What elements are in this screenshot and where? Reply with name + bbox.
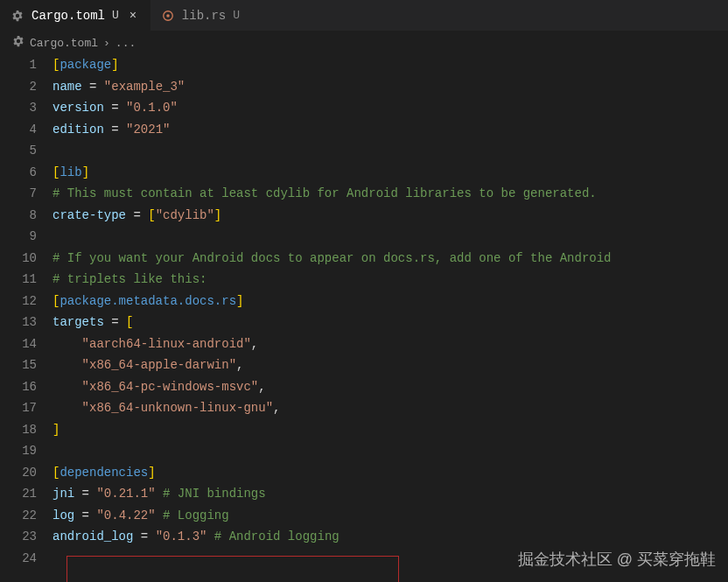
line-number: 23 bbox=[0, 526, 37, 548]
line-number: 8 bbox=[0, 205, 37, 227]
breadcrumb[interactable]: Cargo.toml › ... bbox=[0, 32, 728, 54]
line-number: 19 bbox=[0, 440, 37, 462]
line-number: 11 bbox=[0, 269, 37, 291]
code-editor[interactable]: 123456789101112131415161718192021222324 … bbox=[0, 54, 728, 569]
code-line[interactable]: version = "0.1.0" bbox=[52, 97, 728, 119]
line-number: 1 bbox=[0, 54, 37, 76]
line-number: 2 bbox=[0, 76, 37, 98]
code-line[interactable]: name = "example_3" bbox=[52, 76, 728, 98]
tab-Cargo-toml[interactable]: Cargo.tomlU× bbox=[0, 0, 150, 31]
line-number-gutter: 123456789101112131415161718192021222324 bbox=[0, 54, 52, 569]
code-line[interactable]: [dependencies] bbox=[52, 462, 728, 484]
code-line[interactable]: # triplets like this: bbox=[52, 269, 728, 291]
line-number: 16 bbox=[0, 376, 37, 398]
code-line[interactable]: "aarch64-linux-android", bbox=[52, 333, 728, 355]
code-line[interactable]: edition = "2021" bbox=[52, 119, 728, 141]
svg-point-1 bbox=[166, 14, 170, 18]
line-number: 3 bbox=[0, 97, 37, 119]
code-line[interactable]: targets = [ bbox=[52, 312, 728, 333]
code-line[interactable] bbox=[52, 440, 728, 462]
line-number: 20 bbox=[0, 462, 37, 484]
code-line[interactable]: # This must contain at least cdylib for … bbox=[52, 183, 728, 205]
gear-icon bbox=[12, 35, 24, 51]
line-number: 17 bbox=[0, 397, 37, 419]
code-line[interactable] bbox=[52, 140, 728, 162]
code-line[interactable] bbox=[52, 226, 728, 248]
code-line[interactable]: [lib] bbox=[52, 162, 728, 184]
line-number: 10 bbox=[0, 248, 37, 270]
line-number: 15 bbox=[0, 354, 37, 376]
line-number: 24 bbox=[0, 548, 37, 570]
breadcrumb-file: Cargo.toml bbox=[30, 37, 98, 50]
line-number: 21 bbox=[0, 483, 37, 505]
code-line[interactable]: jni = "0.21.1" # JNI bindings bbox=[52, 483, 728, 505]
line-number: 4 bbox=[0, 119, 37, 141]
code-line[interactable]: [package] bbox=[52, 54, 728, 76]
line-number: 12 bbox=[0, 291, 37, 312]
line-number: 18 bbox=[0, 419, 37, 441]
code-line[interactable]: "x86_64-pc-windows-msvc", bbox=[52, 376, 728, 398]
code-line[interactable]: android_log = "0.1.3" # Android logging bbox=[52, 526, 728, 548]
code-line[interactable]: ] bbox=[52, 419, 728, 441]
code-area[interactable]: [package]name = "example_3"version = "0.… bbox=[52, 54, 728, 569]
code-line[interactable]: # If you want your Android docs to appea… bbox=[52, 248, 728, 270]
code-line[interactable]: "x86_64-apple-darwin", bbox=[52, 354, 728, 376]
breadcrumb-more: ... bbox=[116, 37, 136, 50]
tab-lib-rs[interactable]: lib.rsU bbox=[150, 0, 250, 31]
line-number: 14 bbox=[0, 333, 37, 355]
tab-label: lib.rs bbox=[182, 9, 226, 23]
line-number: 6 bbox=[0, 162, 37, 184]
tab-status: U bbox=[233, 9, 240, 22]
line-number: 13 bbox=[0, 312, 37, 333]
line-number: 9 bbox=[0, 226, 37, 248]
tab-label: Cargo.toml bbox=[32, 9, 105, 23]
tab-status: U bbox=[112, 9, 119, 22]
gear-icon bbox=[10, 9, 24, 23]
rust-file-icon bbox=[161, 9, 175, 23]
code-line[interactable]: "x86_64-unknown-linux-gnu", bbox=[52, 397, 728, 419]
code-line[interactable]: log = "0.4.22" # Logging bbox=[52, 505, 728, 527]
code-line[interactable]: crate-type = ["cdylib"] bbox=[52, 205, 728, 227]
code-line[interactable]: [package.metadata.docs.rs] bbox=[52, 291, 728, 312]
line-number: 5 bbox=[0, 140, 37, 162]
watermark: 掘金技术社区 @ 买菜穿拖鞋 bbox=[518, 549, 716, 570]
close-icon[interactable]: × bbox=[126, 9, 140, 23]
breadcrumb-separator: › bbox=[103, 37, 110, 50]
line-number: 7 bbox=[0, 183, 37, 205]
line-number: 22 bbox=[0, 505, 37, 527]
tab-bar: Cargo.tomlU×lib.rsU bbox=[0, 0, 728, 32]
